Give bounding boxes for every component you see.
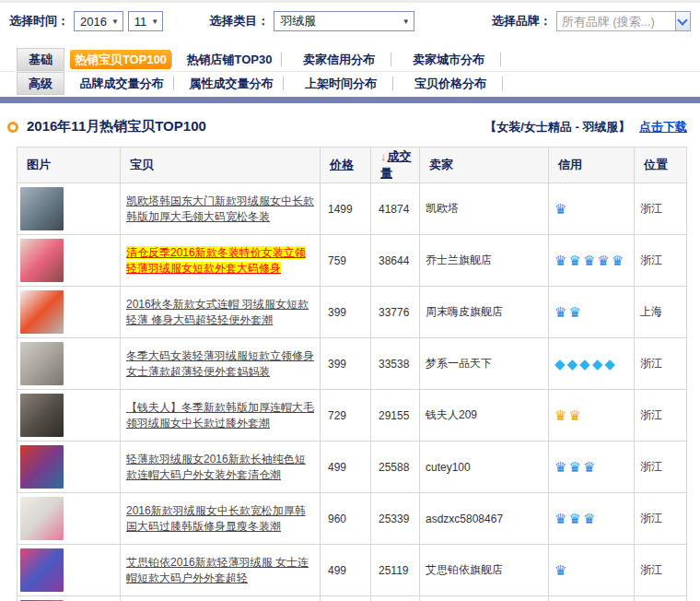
tab-卖家城市分布[interactable]: 卖家城市分布 — [397, 48, 500, 71]
product-title-cell: 清仓反季2016新款冬装特价女装立领轻薄羽绒服女短款外套大码修身 — [121, 235, 321, 287]
volume-cell: 25339 — [371, 493, 420, 545]
location-cell: 浙江 — [635, 442, 687, 493]
col-header-credit: 信用 — [549, 147, 635, 183]
tab-bar: 基础热销宝贝TOP100热销店铺TOP30卖家信用分布卖家城市分布高级品牌成交量… — [0, 48, 700, 95]
crown-blue-icon: ♛ — [568, 304, 582, 321]
product-title-link[interactable]: 2016新款羽绒服女中长款宽松加厚韩国大码过膝韩版修身显瘦冬装潮 — [126, 504, 306, 533]
location-cell: 浙江 — [635, 235, 687, 287]
chevron-down-icon — [678, 15, 688, 25]
table-row: 茄田2016新款韩版修身轻薄反季清仓羽绒服女短款连♛♛ — [18, 596, 687, 601]
seller-cell: asdzxc5808467 — [420, 493, 549, 545]
product-title-link[interactable]: 轻薄款羽绒服女2016新款长袖纯色短款连帽大码户外女装外套清仓潮 — [126, 453, 306, 481]
product-title-link[interactable]: 【钱夫人】冬季新款韩版加厚连帽大毛领羽绒服女中长款过膝外套潮 — [126, 401, 314, 430]
location-cell: 浙江 — [635, 338, 687, 390]
product-title-link[interactable]: 冬季大码女装轻薄羽绒服短款立领修身女士薄款超薄轻便外套妈妈装 — [126, 349, 314, 378]
tab-group-label: 基础 — [17, 48, 64, 71]
crown-blue-icon: ♛ — [583, 511, 597, 527]
product-thumbnail[interactable] — [20, 342, 64, 385]
crown-gold-icon: ♛ — [568, 407, 582, 424]
volume-cell: 33776 — [371, 287, 420, 338]
top100-table-wrap: 图片 宝贝 价格 ↓成交量 卖家 信用 位置 凯欧塔韩国东大门新款羽绒服女中长款… — [17, 147, 700, 601]
seller-cell — [420, 596, 549, 601]
product-title-cell: 茄田2016新款韩版修身轻薄反季清仓羽绒服女短款连 — [121, 596, 321, 601]
top100-table: 图片 宝贝 价格 ↓成交量 卖家 信用 位置 凯欧塔韩国东大门新款羽绒服女中长款… — [17, 147, 687, 601]
month-select[interactable]: 11 ▼ — [128, 11, 163, 31]
tab-separator — [281, 53, 282, 66]
year-select-value: 2016 — [80, 15, 107, 29]
tab-bar-underline — [0, 97, 700, 103]
diamond-blue-icon: ◆ — [579, 356, 592, 372]
credit-cell: ♛ — [549, 545, 635, 596]
tab-separator — [500, 53, 501, 66]
brand-filter-label: 选择品牌： — [492, 13, 552, 29]
category-select-value: 羽绒服 — [280, 13, 316, 29]
category-breadcrumb: 【女装/女士精品 - 羽绒服】 点击下载 — [484, 119, 687, 136]
price-sort-link[interactable]: 价格 — [330, 158, 354, 171]
product-title-link[interactable]: 凯欧塔韩国东大门新款羽绒服女中长款韩版加厚大毛领大码宽松冬装 — [126, 194, 314, 223]
brand-search-input[interactable] — [556, 11, 675, 31]
tab-热销店铺TOP30[interactable]: 热销店铺TOP30 — [178, 48, 281, 71]
credit-cell: ♛♛ — [549, 390, 635, 442]
time-filter-label: 选择时间： — [9, 13, 69, 29]
product-thumbnail[interactable] — [20, 187, 64, 230]
section-bullet-icon — [7, 122, 18, 133]
product-title-cell: 艾思铂依2016新款轻薄羽绒服 女士连帽短款大码户外外套超轻 — [121, 545, 321, 596]
chevron-down-icon: ▼ — [402, 18, 410, 26]
crown-blue-icon: ♛ — [568, 511, 582, 527]
diamond-blue-icon: ◆ — [604, 356, 617, 372]
diamond-blue-icon: ◆ — [554, 356, 567, 372]
download-link[interactable]: 点击下载 — [639, 120, 687, 134]
product-thumbnail[interactable] — [20, 548, 64, 592]
product-title-link[interactable]: 艾思铂依2016新款轻薄羽绒服 女士连帽短款大码户外外套超轻 — [126, 556, 309, 584]
product-title-link[interactable]: 清仓反季2016新款冬装特价女装立领轻薄羽绒服女短款外套大码修身 — [126, 246, 306, 275]
seller-cell: cutey100 — [420, 442, 549, 493]
tab-热销宝贝TOP100[interactable]: 热销宝贝TOP100 — [70, 50, 171, 69]
seller-cell: 凯欧塔 — [420, 183, 549, 235]
product-thumbnail[interactable] — [20, 394, 64, 437]
product-image-cell — [18, 235, 121, 287]
table-header-row: 图片 宝贝 价格 ↓成交量 卖家 信用 位置 — [18, 147, 687, 183]
location-cell: 浙江 — [635, 183, 687, 235]
col-header-price: 价格 — [321, 147, 371, 183]
product-thumbnail[interactable] — [20, 497, 64, 540]
tab-属性成交量分布[interactable]: 属性成交量分布 — [180, 72, 283, 95]
month-select-value: 11 — [134, 15, 147, 29]
price-cell: 399 — [321, 338, 371, 390]
crown-blue-icon: ♛ — [583, 459, 597, 476]
crown-blue-icon: ♛ — [554, 253, 568, 269]
category-select[interactable]: 羽绒服 ▼ — [274, 11, 414, 31]
crown-blue-icon: ♛ — [583, 253, 597, 269]
location-cell — [635, 596, 687, 601]
table-row: 凯欧塔韩国东大门新款羽绒服女中长款韩版加厚大毛领大码宽松冬装149941874凯… — [18, 183, 687, 235]
crown-blue-icon: ♛ — [568, 459, 582, 476]
volume-cell — [371, 596, 420, 601]
credit-cell: ◆◆◆◆◆ — [549, 338, 635, 390]
crown-blue-icon: ♛ — [554, 511, 568, 527]
table-row: 【钱夫人】冬季新款韩版加厚连帽大毛领羽绒服女中长款过膝外套潮72929155钱夫… — [18, 390, 687, 442]
location-cell: 上海 — [635, 287, 687, 338]
price-cell: 759 — [321, 235, 371, 287]
diamond-blue-icon: ◆ — [567, 356, 580, 372]
tab-品牌成交量分布[interactable]: 品牌成交量分布 — [70, 72, 173, 95]
year-select[interactable]: 2016 ▼ — [74, 11, 123, 31]
crown-blue-icon: ♛ — [554, 201, 568, 218]
volume-cell: 33538 — [371, 338, 420, 390]
product-thumbnail[interactable] — [20, 239, 64, 282]
crown-blue-icon: ♛ — [568, 253, 582, 269]
product-title-link[interactable]: 2016秋冬新款女式连帽 羽绒服女短款轻薄 修身大码超轻轻便外套潮 — [126, 298, 309, 326]
product-title-cell: 轻薄款羽绒服女2016新款长袖纯色短款连帽大码户外女装外套清仓潮 — [121, 442, 321, 493]
category-filter-label: 选择类目： — [209, 13, 269, 29]
product-thumbnail[interactable] — [20, 290, 64, 334]
volume-cell: 41874 — [371, 183, 420, 235]
credit-cell: ♛♛ — [549, 596, 635, 601]
brand-dropdown-button[interactable] — [675, 11, 691, 31]
table-row: 2016秋冬新款女式连帽 羽绒服女短款轻薄 修身大码超轻轻便外套潮3993377… — [18, 287, 687, 338]
tab-row-advanced: 高级品牌成交量分布属性成交量分布上架时间分布宝贝价格分布 — [0, 72, 700, 95]
tab-卖家信用分布[interactable]: 卖家信用分布 — [287, 48, 391, 71]
product-image-cell — [18, 183, 121, 235]
product-thumbnail[interactable] — [20, 445, 64, 489]
table-row: 2016新款羽绒服女中长款宽松加厚韩国大码过膝韩版修身显瘦冬装潮96025339… — [18, 493, 687, 545]
tab-宝贝价格分布[interactable]: 宝贝价格分布 — [399, 72, 502, 95]
tab-group-label: 高级 — [17, 72, 64, 95]
tab-上架时间分布[interactable]: 上架时间分布 — [289, 72, 392, 95]
